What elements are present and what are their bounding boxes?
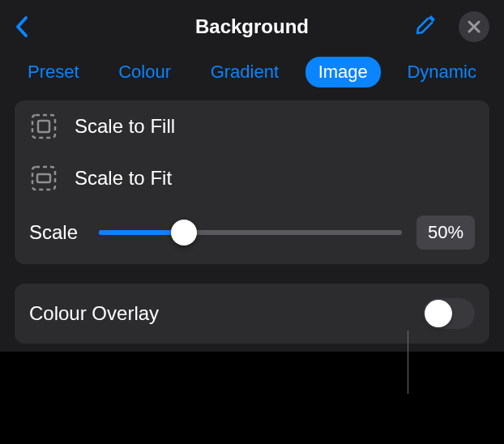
scale-slider[interactable] (99, 230, 402, 235)
callout-line (408, 331, 408, 394)
tab-colour[interactable]: Colour (105, 57, 184, 88)
colour-overlay-label: Colour Overlay (29, 302, 159, 325)
image-options-group: Scale to Fill Scale to Fit Scale 50% (15, 100, 489, 264)
back-button[interactable] (15, 15, 29, 38)
scale-slider-row: Scale 50% (15, 204, 489, 264)
scale-label: Scale (29, 221, 84, 244)
scale-value[interactable]: 50% (416, 216, 475, 250)
scale-to-fill-option[interactable]: Scale to Fill (15, 100, 489, 152)
colour-overlay-toggle[interactable] (423, 298, 475, 329)
svg-rect-3 (37, 174, 50, 182)
tab-gradient[interactable]: Gradient (198, 57, 292, 88)
background-type-tabs: Preset Colour Gradient Image Dynamic (0, 50, 504, 100)
colour-overlay-row: Colour Overlay (15, 284, 489, 344)
svg-rect-0 (32, 115, 55, 138)
close-button[interactable] (459, 11, 489, 42)
svg-rect-2 (32, 167, 55, 190)
scale-to-fit-label: Scale to Fit (75, 167, 172, 190)
close-icon (468, 20, 481, 33)
tab-image[interactable]: Image (305, 57, 381, 88)
scale-to-fill-label: Scale to Fill (75, 115, 175, 138)
toggle-thumb (425, 300, 452, 327)
eyedropper-icon[interactable] (413, 13, 438, 41)
tab-dynamic[interactable]: Dynamic (394, 57, 489, 88)
scale-to-fit-option[interactable]: Scale to Fit (15, 152, 489, 204)
svg-rect-1 (38, 121, 49, 132)
tab-preset[interactable]: Preset (15, 57, 92, 88)
scale-to-fit-icon (29, 164, 58, 193)
page-title: Background (195, 15, 309, 38)
scale-to-fill-icon (29, 112, 58, 141)
scale-slider-thumb[interactable] (171, 220, 197, 245)
